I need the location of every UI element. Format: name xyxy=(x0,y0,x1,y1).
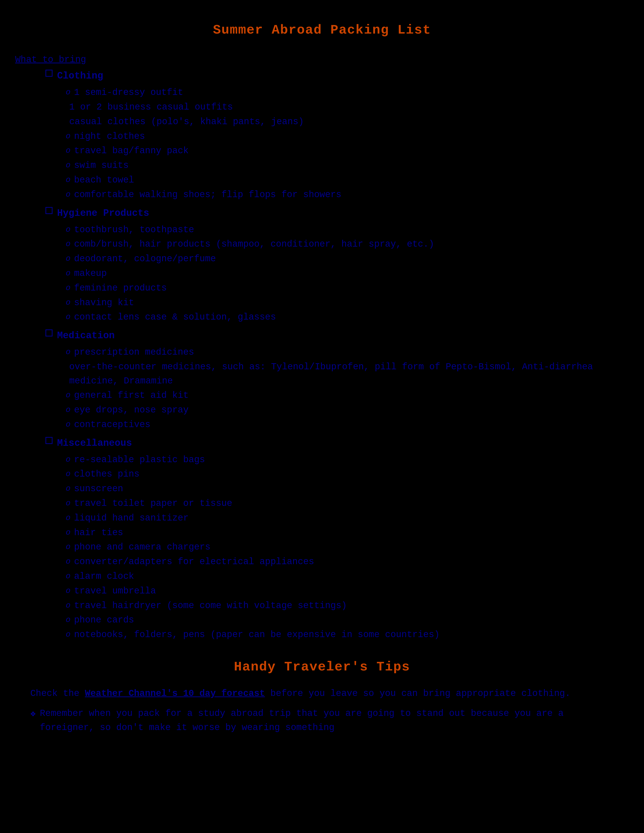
list-item: o toothbrush, toothpaste xyxy=(66,223,629,237)
item-text: contact lens case & solution, glasses xyxy=(74,310,276,324)
item-text: notebooks, folders, pens (paper can be e… xyxy=(74,628,440,642)
list-item: o notebooks, folders, pens (paper can be… xyxy=(66,628,629,642)
bullet-icon: o xyxy=(66,453,71,466)
bullet-icon: o xyxy=(66,512,71,524)
item-text: travel bag/fanny pack xyxy=(74,144,188,158)
item-text: comfortable walking shoes; flip flops fo… xyxy=(74,188,341,202)
medication-header: Medication xyxy=(45,328,629,343)
list-item: o travel hairdryer (some come with volta… xyxy=(66,599,629,613)
list-item: o phone and camera chargers xyxy=(66,540,629,554)
bullet-icon: o xyxy=(66,174,71,186)
list-item: o swim suits xyxy=(66,159,629,173)
medication-list: o prescription medicines over-the-counte… xyxy=(66,345,629,432)
hygiene-section: Hygiene Products o toothbrush, toothpast… xyxy=(45,206,629,324)
list-item: o comfortable walking shoes; flip flops … xyxy=(66,188,629,202)
weather-text-before: Check the xyxy=(30,688,85,699)
clothing-header: Clothing xyxy=(45,69,629,84)
item-text: liquid hand sanitizer xyxy=(74,511,188,525)
item-text: 1 or 2 business casual outfits xyxy=(69,100,233,114)
bullet-icon: o xyxy=(66,585,71,597)
item-text: casual clothes (polo's, khaki pants, jea… xyxy=(69,115,304,129)
medication-section: Medication o prescription medicines over… xyxy=(45,328,629,432)
bullet-icon: o xyxy=(66,145,71,157)
sections-container: Clothing o 1 semi-dressy outfit 1 or 2 b… xyxy=(15,69,629,642)
item-text: alarm clock xyxy=(74,569,134,584)
list-item: o alarm clock xyxy=(66,569,629,584)
bullet-icon: o xyxy=(66,404,71,416)
list-item: o converter/adapters for electrical appl… xyxy=(66,555,629,569)
bullet-icon: o xyxy=(66,159,71,172)
item-text: phone and camera chargers xyxy=(74,540,210,554)
item-text: beach towel xyxy=(74,173,134,187)
item-text: prescription medicines xyxy=(74,345,194,359)
list-item: o contraceptives xyxy=(66,418,629,432)
item-text: contraceptives xyxy=(74,418,150,432)
weather-channel-link[interactable]: Weather Channel's 10 day forecast xyxy=(85,688,265,699)
hygiene-checkbox-icon[interactable] xyxy=(45,207,53,214)
list-item: o sunscreen xyxy=(66,482,629,496)
item-text: comb/brush, hair products (shampoo, cond… xyxy=(74,237,434,251)
list-item: o hair ties xyxy=(66,526,629,540)
hygiene-header: Hygiene Products xyxy=(45,206,629,221)
diamond-bullet-icon: ❖ xyxy=(30,707,36,721)
bullet-icon: o xyxy=(66,188,71,201)
item-text: hair ties xyxy=(74,526,123,540)
item-text: general first aid kit xyxy=(74,389,188,403)
tip-bullet-1: ❖ Remember when you pack for a study abr… xyxy=(30,706,614,735)
bullet-icon: o xyxy=(66,296,71,309)
weather-tip: Check the Weather Channel's 10 day forec… xyxy=(30,687,614,701)
list-item: o travel umbrella xyxy=(66,584,629,598)
what-to-bring-link[interactable]: What to bring xyxy=(15,53,629,67)
bullet-icon: o xyxy=(66,238,71,251)
hygiene-title: Hygiene Products xyxy=(57,206,149,221)
list-item: o phone cards xyxy=(66,613,629,627)
bullet-icon: o xyxy=(66,130,71,143)
list-item: o night clothes xyxy=(66,130,629,144)
bullet-icon: o xyxy=(66,418,71,431)
list-item: o clothes pins xyxy=(66,467,629,481)
item-text: travel toilet paper or tissue xyxy=(74,497,232,511)
item-text: deodorant, cologne/perfume xyxy=(74,252,216,266)
clothing-list: o 1 semi-dressy outfit 1 or 2 business c… xyxy=(66,85,629,202)
bullet-icon: o xyxy=(66,555,71,568)
miscellaneous-section: Miscellaneous o re-sealable plastic bags… xyxy=(45,436,629,642)
page-title: Summer Abroad Packing List xyxy=(15,20,629,41)
bullet-icon: o xyxy=(66,224,71,236)
medication-checkbox-icon[interactable] xyxy=(45,330,53,336)
bullet-icon: o xyxy=(66,267,71,280)
bullet-icon: o xyxy=(66,614,71,626)
clothing-checkbox-icon[interactable] xyxy=(45,70,53,77)
bullet-icon: o xyxy=(66,599,71,612)
list-item: o comb/brush, hair products (shampoo, co… xyxy=(66,237,629,251)
list-item: o eye drops, nose spray xyxy=(66,403,629,417)
item-text: phone cards xyxy=(74,613,134,627)
bullet-icon: o xyxy=(66,252,71,265)
bullet-icon: o xyxy=(66,346,71,359)
list-item: over-the-counter medicines, such as: Tyl… xyxy=(66,360,629,388)
list-item: o makeup xyxy=(66,267,629,281)
list-item: 1 or 2 business casual outfits xyxy=(66,100,629,114)
hygiene-list: o toothbrush, toothpaste o comb/brush, h… xyxy=(66,223,629,325)
item-text: shaving kit xyxy=(74,296,134,310)
bullet-icon: o xyxy=(66,389,71,402)
list-item: o contact lens case & solution, glasses xyxy=(66,310,629,324)
item-text: makeup xyxy=(74,267,107,281)
item-text: travel umbrella xyxy=(74,584,156,598)
item-text: converter/adapters for electrical applia… xyxy=(74,555,314,569)
bullet-icon: o xyxy=(66,86,71,99)
bullet-icon: o xyxy=(66,497,71,510)
bullet-icon: o xyxy=(66,570,71,582)
list-item: o general first aid kit xyxy=(66,389,629,403)
medication-title: Medication xyxy=(57,328,115,343)
list-item: o 1 semi-dressy outfit xyxy=(66,85,629,100)
list-item: o beach towel xyxy=(66,173,629,187)
tip-bullet-1-text: Remember when you pack for a study abroa… xyxy=(40,706,614,735)
list-item: o travel bag/fanny pack xyxy=(66,144,629,158)
clothing-section: Clothing o 1 semi-dressy outfit 1 or 2 b… xyxy=(45,69,629,202)
miscellaneous-checkbox-icon[interactable] xyxy=(45,437,53,444)
bullet-icon: o xyxy=(66,526,71,539)
list-item: o shaving kit xyxy=(66,296,629,310)
bullet-icon: o xyxy=(66,541,71,553)
weather-text-after: before you leave so you can bring approp… xyxy=(265,688,570,699)
item-text: clothes pins xyxy=(74,467,139,481)
